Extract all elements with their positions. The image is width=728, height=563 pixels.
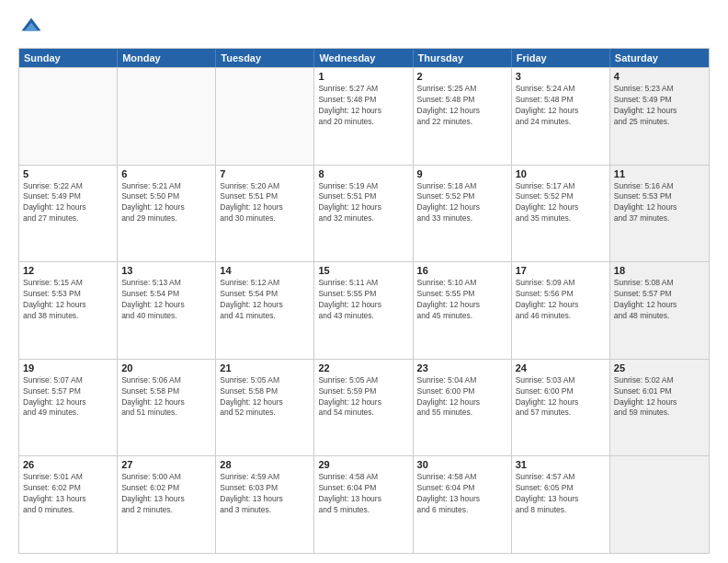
calendar-cell: 26Sunrise: 5:01 AM Sunset: 6:02 PM Dayli… [19,456,118,553]
calendar: SundayMondayTuesdayWednesdayThursdayFrid… [18,48,710,554]
calendar-cell: 17Sunrise: 5:09 AM Sunset: 5:56 PM Dayli… [512,262,610,359]
day-number: 6 [121,168,211,179]
day-number: 14 [220,265,310,276]
day-info: Sunrise: 5:18 AM Sunset: 5:52 PM Dayligh… [417,181,507,225]
day-number: 7 [220,168,310,179]
day-info: Sunrise: 5:15 AM Sunset: 5:53 PM Dayligh… [23,278,113,322]
calendar-cell [118,68,216,165]
day-info: Sunrise: 4:58 AM Sunset: 6:04 PM Dayligh… [318,472,408,516]
day-number: 16 [417,265,507,276]
day-info: Sunrise: 5:03 AM Sunset: 6:00 PM Dayligh… [516,375,606,419]
calendar-cell: 5Sunrise: 5:22 AM Sunset: 5:49 PM Daylig… [19,166,118,262]
day-number: 19 [23,362,113,373]
day-info: Sunrise: 5:06 AM Sunset: 5:58 PM Dayligh… [121,375,211,419]
logo-icon [18,15,44,40]
day-number: 12 [23,265,113,276]
day-info: Sunrise: 5:16 AM Sunset: 5:53 PM Dayligh… [614,181,705,225]
day-info: Sunrise: 5:24 AM Sunset: 5:48 PM Dayligh… [516,84,606,128]
calendar-cell: 25Sunrise: 5:02 AM Sunset: 6:01 PM Dayli… [610,360,709,456]
day-number: 5 [23,168,113,179]
calendar-cell: 9Sunrise: 5:18 AM Sunset: 5:52 PM Daylig… [414,166,512,262]
day-number: 4 [614,71,705,82]
day-info: Sunrise: 5:20 AM Sunset: 5:51 PM Dayligh… [220,181,310,225]
week-row-4: 19Sunrise: 5:07 AM Sunset: 5:57 PM Dayli… [19,359,709,456]
calendar-cell: 16Sunrise: 5:10 AM Sunset: 5:55 PM Dayli… [414,262,512,359]
calendar-cell: 14Sunrise: 5:12 AM Sunset: 5:54 PM Dayli… [216,262,314,359]
calendar-header-row: SundayMondayTuesdayWednesdayThursdayFrid… [19,49,709,67]
day-number: 18 [614,265,705,276]
calendar-cell [19,68,118,165]
calendar-cell: 21Sunrise: 5:05 AM Sunset: 5:58 PM Dayli… [216,360,314,456]
day-info: Sunrise: 4:57 AM Sunset: 6:05 PM Dayligh… [516,472,606,516]
day-info: Sunrise: 5:04 AM Sunset: 6:00 PM Dayligh… [417,375,507,419]
day-number: 10 [516,168,606,179]
header-day-wednesday: Wednesday [314,49,413,67]
calendar-cell: 7Sunrise: 5:20 AM Sunset: 5:51 PM Daylig… [216,166,314,262]
calendar-cell: 12Sunrise: 5:15 AM Sunset: 5:53 PM Dayli… [19,262,118,359]
day-number: 1 [318,71,408,82]
day-info: Sunrise: 5:17 AM Sunset: 5:52 PM Dayligh… [516,181,606,225]
calendar-cell: 10Sunrise: 5:17 AM Sunset: 5:52 PM Dayli… [512,166,610,262]
calendar-cell: 4Sunrise: 5:23 AM Sunset: 5:49 PM Daylig… [610,68,709,165]
day-info: Sunrise: 5:00 AM Sunset: 6:02 PM Dayligh… [121,472,211,516]
day-info: Sunrise: 4:59 AM Sunset: 6:03 PM Dayligh… [220,472,310,516]
calendar-cell: 20Sunrise: 5:06 AM Sunset: 5:58 PM Dayli… [118,360,216,456]
day-info: Sunrise: 5:05 AM Sunset: 5:59 PM Dayligh… [318,375,408,419]
day-info: Sunrise: 5:11 AM Sunset: 5:55 PM Dayligh… [318,278,408,322]
day-number: 13 [121,265,211,276]
day-info: Sunrise: 5:22 AM Sunset: 5:49 PM Dayligh… [23,181,113,225]
week-row-2: 5Sunrise: 5:22 AM Sunset: 5:49 PM Daylig… [19,165,709,262]
day-number: 21 [220,362,310,373]
header-day-sunday: Sunday [19,49,118,67]
day-info: Sunrise: 5:19 AM Sunset: 5:51 PM Dayligh… [318,181,408,225]
calendar-body: 1Sunrise: 5:27 AM Sunset: 5:48 PM Daylig… [19,67,709,553]
day-info: Sunrise: 5:07 AM Sunset: 5:57 PM Dayligh… [23,375,113,419]
day-number: 27 [121,459,211,470]
day-info: Sunrise: 5:25 AM Sunset: 5:48 PM Dayligh… [417,84,507,128]
header-day-monday: Monday [118,49,216,67]
day-info: Sunrise: 5:13 AM Sunset: 5:54 PM Dayligh… [121,278,211,322]
day-info: Sunrise: 5:10 AM Sunset: 5:55 PM Dayligh… [417,278,507,322]
day-info: Sunrise: 5:12 AM Sunset: 5:54 PM Dayligh… [220,278,310,322]
calendar-cell: 28Sunrise: 4:59 AM Sunset: 6:03 PM Dayli… [216,456,314,553]
calendar-cell: 2Sunrise: 5:25 AM Sunset: 5:48 PM Daylig… [414,68,512,165]
calendar-cell: 8Sunrise: 5:19 AM Sunset: 5:51 PM Daylig… [314,166,413,262]
day-info: Sunrise: 5:27 AM Sunset: 5:48 PM Dayligh… [318,84,408,128]
day-number: 11 [614,168,705,179]
day-number: 23 [417,362,507,373]
week-row-1: 1Sunrise: 5:27 AM Sunset: 5:48 PM Daylig… [19,67,709,165]
calendar-cell: 11Sunrise: 5:16 AM Sunset: 5:53 PM Dayli… [610,166,709,262]
day-info: Sunrise: 5:21 AM Sunset: 5:50 PM Dayligh… [121,181,211,225]
calendar-cell: 22Sunrise: 5:05 AM Sunset: 5:59 PM Dayli… [314,360,413,456]
day-number: 9 [417,168,507,179]
calendar-cell: 30Sunrise: 4:58 AM Sunset: 6:04 PM Dayli… [414,456,512,553]
logo [18,15,48,40]
day-info: Sunrise: 5:05 AM Sunset: 5:58 PM Dayligh… [220,375,310,419]
calendar-cell: 24Sunrise: 5:03 AM Sunset: 6:00 PM Dayli… [512,360,610,456]
day-number: 2 [417,71,507,82]
week-row-3: 12Sunrise: 5:15 AM Sunset: 5:53 PM Dayli… [19,261,709,359]
day-info: Sunrise: 5:01 AM Sunset: 6:02 PM Dayligh… [23,472,113,516]
calendar-cell: 18Sunrise: 5:08 AM Sunset: 5:57 PM Dayli… [610,262,709,359]
calendar-cell: 13Sunrise: 5:13 AM Sunset: 5:54 PM Dayli… [118,262,216,359]
calendar-cell [216,68,314,165]
day-number: 20 [121,362,211,373]
calendar-cell [610,456,709,553]
day-number: 8 [318,168,408,179]
calendar-cell: 19Sunrise: 5:07 AM Sunset: 5:57 PM Dayli… [19,360,118,456]
day-info: Sunrise: 5:08 AM Sunset: 5:57 PM Dayligh… [614,278,705,322]
day-info: Sunrise: 5:02 AM Sunset: 6:01 PM Dayligh… [614,375,705,419]
day-number: 24 [516,362,606,373]
day-info: Sunrise: 5:09 AM Sunset: 5:56 PM Dayligh… [516,278,606,322]
calendar-cell: 15Sunrise: 5:11 AM Sunset: 5:55 PM Dayli… [314,262,413,359]
day-number: 15 [318,265,408,276]
day-number: 25 [614,362,705,373]
calendar-cell: 1Sunrise: 5:27 AM Sunset: 5:48 PM Daylig… [314,68,413,165]
header-day-tuesday: Tuesday [216,49,314,67]
calendar-cell: 6Sunrise: 5:21 AM Sunset: 5:50 PM Daylig… [118,166,216,262]
day-number: 29 [318,459,408,470]
calendar-cell: 3Sunrise: 5:24 AM Sunset: 5:48 PM Daylig… [512,68,610,165]
header-day-friday: Friday [512,49,610,67]
day-number: 3 [516,71,606,82]
calendar-cell: 31Sunrise: 4:57 AM Sunset: 6:05 PM Dayli… [512,456,610,553]
